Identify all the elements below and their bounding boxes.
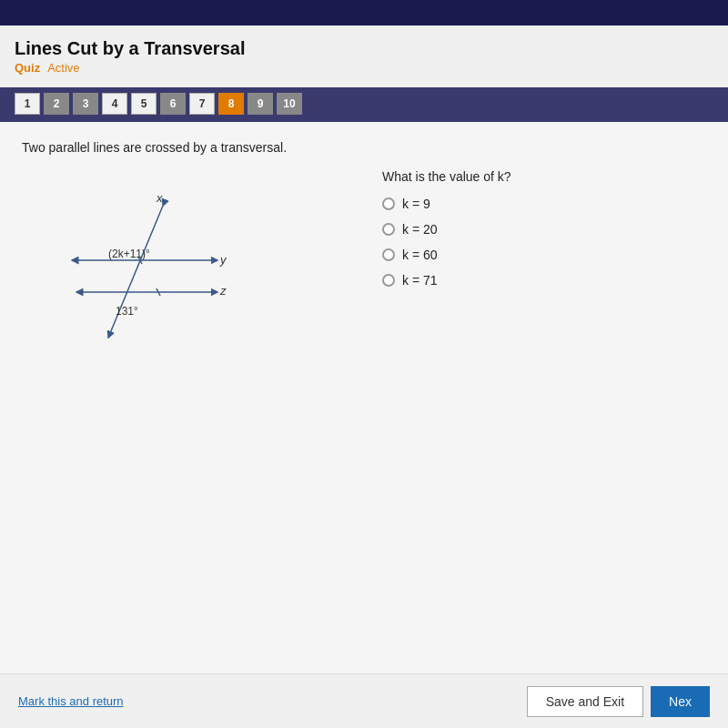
top-bar: [0, 0, 728, 25]
radio-4[interactable]: [382, 274, 395, 287]
svg-text:z: z: [219, 284, 227, 298]
option-3[interactable]: k = 60: [382, 248, 706, 262]
question-text: Two parallel lines are crossed by a tran…: [22, 140, 706, 155]
diagram-section: x y z (2k+11)° 131°: [22, 169, 346, 373]
answer-section: What is the value of k? k = 9 k = 20 k =…: [382, 169, 706, 373]
radio-1[interactable]: [382, 197, 395, 210]
mark-return-link[interactable]: Mark this and return: [18, 694, 124, 708]
nav-btn-6[interactable]: 6: [160, 93, 186, 115]
option-1[interactable]: k = 9: [382, 197, 706, 211]
save-exit-button[interactable]: Save and Exit: [527, 686, 643, 717]
option-2-label: k = 20: [402, 222, 438, 237]
answer-question: What is the value of k?: [382, 169, 706, 184]
nav-btn-7[interactable]: 7: [189, 93, 215, 115]
option-2[interactable]: k = 20: [382, 222, 706, 237]
diagram-svg: x y z (2k+11)° 131°: [22, 169, 277, 369]
svg-text:x: x: [156, 191, 163, 205]
option-3-label: k = 60: [402, 248, 438, 262]
option-1-label: k = 9: [402, 197, 430, 211]
content-area: Two parallel lines are crossed by a tran…: [0, 122, 728, 728]
page-title: Lines Cut by a Transversal: [15, 38, 713, 59]
question-nav: 12345678910: [0, 87, 728, 122]
quiz-label: Quiz: [15, 61, 40, 75]
svg-text:(2k+11)°: (2k+11)°: [108, 248, 150, 260]
svg-text:y: y: [219, 253, 228, 267]
radio-2[interactable]: [382, 223, 395, 236]
question-layout: x y z (2k+11)° 131° What is the value of…: [22, 169, 706, 373]
footer: Mark this and return Save and Exit Nex: [0, 673, 728, 728]
nav-btn-9[interactable]: 9: [248, 93, 273, 115]
footer-buttons: Save and Exit Nex: [527, 686, 710, 717]
active-label: Active: [47, 61, 79, 75]
nav-btn-8[interactable]: 8: [218, 93, 244, 115]
main-container: Lines Cut by a Transversal Quiz Active 1…: [0, 25, 728, 728]
next-button[interactable]: Nex: [651, 686, 710, 717]
nav-btn-1[interactable]: 1: [15, 93, 40, 115]
option-4[interactable]: k = 71: [382, 273, 706, 288]
svg-text:131°: 131°: [116, 305, 138, 318]
svg-line-2: [108, 206, 163, 338]
nav-btn-5[interactable]: 5: [131, 93, 157, 115]
option-4-label: k = 71: [402, 273, 438, 288]
quiz-status: Quiz Active: [15, 61, 713, 75]
nav-btn-10[interactable]: 10: [277, 93, 302, 115]
nav-btn-2[interactable]: 2: [44, 93, 69, 115]
header: Lines Cut by a Transversal Quiz Active: [0, 25, 728, 87]
radio-3[interactable]: [382, 248, 395, 261]
nav-btn-4[interactable]: 4: [102, 93, 127, 115]
nav-btn-3[interactable]: 3: [73, 93, 98, 115]
